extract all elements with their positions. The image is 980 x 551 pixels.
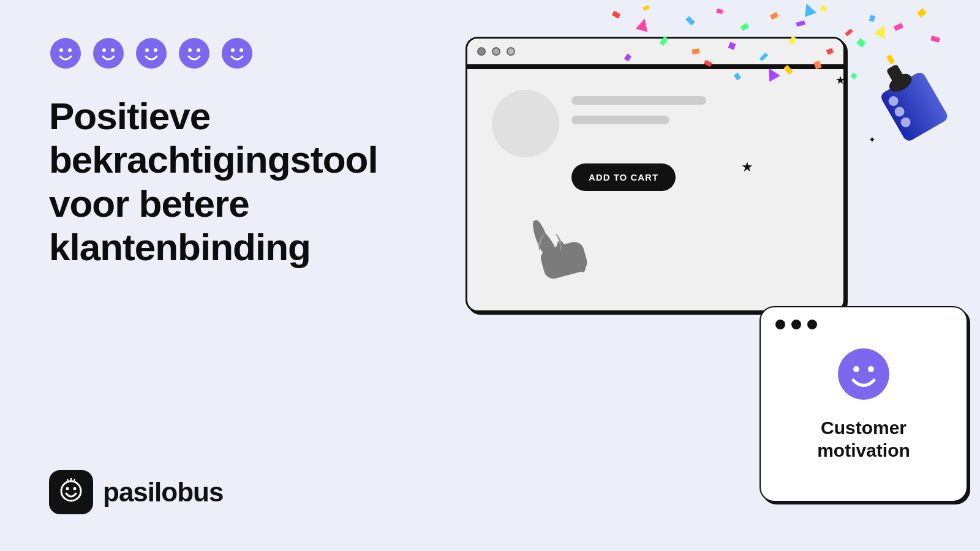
svg-rect-35	[845, 29, 853, 36]
motivation-card: Customer motivation	[760, 306, 968, 502]
svg-marker-54	[636, 17, 650, 32]
svg-point-13	[231, 48, 235, 52]
svg-point-6	[136, 38, 167, 69]
svg-point-12	[222, 38, 252, 69]
browser-dot-red	[477, 47, 486, 56]
svg-point-14	[239, 48, 243, 52]
click-ripple	[535, 228, 565, 261]
browser-window: ADD TO CART	[466, 37, 845, 312]
product-info-lines	[571, 96, 706, 124]
card-dot-3	[807, 320, 817, 329]
svg-point-65	[838, 348, 889, 400]
smiley-icon-3	[135, 37, 168, 70]
star-icon-1: ★	[741, 159, 753, 175]
svg-marker-55	[801, 1, 816, 17]
card-dots	[775, 320, 817, 329]
svg-point-11	[197, 48, 200, 52]
product-image-placeholder	[492, 90, 559, 157]
smiley-icon-5	[221, 37, 254, 70]
svg-rect-36	[869, 15, 875, 22]
smiley-icon-1	[49, 37, 82, 70]
smiley-icon-2	[92, 37, 125, 70]
left-section: Positieve bekrachtigingstool voor betere…	[49, 37, 404, 269]
browser-body: ADD TO CART	[467, 66, 843, 310]
svg-rect-32	[770, 12, 778, 20]
svg-point-3	[93, 38, 124, 69]
card-dot-1	[775, 320, 785, 329]
svg-point-16	[66, 487, 69, 490]
svg-point-4	[102, 48, 106, 52]
svg-rect-27	[612, 11, 620, 19]
svg-rect-59	[880, 70, 949, 143]
svg-rect-53	[851, 73, 858, 80]
logo-text: pasilobus	[103, 477, 223, 508]
product-line-1	[571, 96, 706, 105]
add-to-cart-button[interactable]: ADD TO CART	[571, 163, 676, 191]
party-popper-icon	[856, 43, 968, 165]
right-illustration: ADD TO CART	[429, 0, 980, 551]
svg-rect-34	[820, 5, 827, 12]
card-title: Customer motivation	[779, 416, 948, 462]
headline: Positieve bekrachtigingstool voor betere…	[49, 94, 404, 269]
logo-icon	[49, 470, 93, 514]
emoji-row	[49, 37, 404, 70]
svg-point-9	[179, 38, 209, 69]
svg-point-1	[59, 48, 63, 52]
svg-rect-30	[716, 9, 723, 14]
pasilobus-logo-icon	[56, 478, 86, 507]
svg-point-15	[61, 481, 81, 501]
card-smiley-icon	[836, 347, 891, 402]
svg-point-67	[868, 366, 874, 372]
browser-titlebar	[467, 39, 843, 66]
svg-rect-33	[796, 20, 805, 26]
svg-rect-38	[917, 8, 927, 17]
card-dot-2	[791, 320, 801, 329]
svg-rect-45	[856, 38, 866, 47]
star-icon-3: ✦	[869, 135, 876, 144]
browser-dot-green	[507, 47, 515, 56]
svg-point-0	[50, 38, 81, 69]
svg-rect-37	[894, 23, 903, 31]
product-line-2	[571, 116, 669, 124]
svg-rect-29	[685, 16, 695, 26]
svg-point-2	[68, 48, 72, 52]
svg-point-5	[111, 48, 115, 52]
svg-point-17	[74, 487, 77, 490]
logo-section: pasilobus	[49, 470, 223, 514]
svg-marker-56	[874, 23, 891, 39]
svg-point-7	[145, 48, 149, 52]
svg-point-10	[188, 48, 192, 52]
svg-rect-28	[643, 5, 649, 10]
svg-rect-47	[930, 36, 940, 42]
svg-point-8	[154, 48, 157, 52]
star-icon-2: ★	[835, 73, 845, 87]
smiley-icon-4	[178, 37, 211, 70]
svg-rect-31	[741, 23, 749, 31]
browser-dot-yellow	[492, 47, 500, 56]
browser-accent-bar	[467, 66, 843, 69]
svg-point-66	[853, 366, 859, 372]
